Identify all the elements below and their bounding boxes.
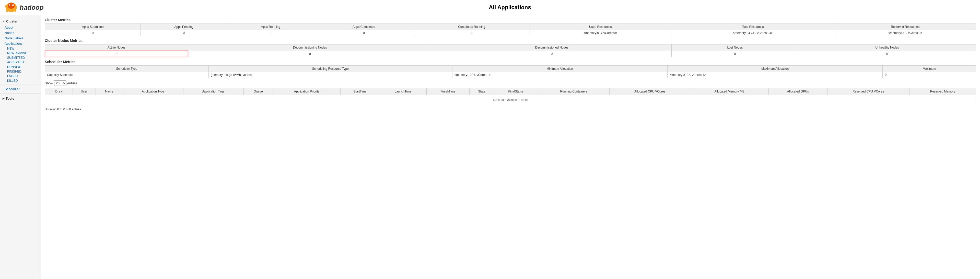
col-final-status: FinalStatus — [494, 88, 538, 95]
body-area: ▼ Cluster About Nodes Node Labels Applic… — [0, 15, 980, 279]
sidebar-sub-item-accepted[interactable]: ACCEPTED — [0, 60, 41, 65]
val-unhealthy-nodes: 0 — [799, 51, 976, 57]
val-active-nodes: 3 — [45, 51, 188, 57]
id-sort-icon[interactable]: ▲▼ — [59, 91, 63, 93]
tools-arrow: ▶ — [3, 97, 5, 100]
col-min-allocation: Minimum Allocation — [452, 66, 667, 72]
col-reserved-resources: Reserved Resources — [834, 24, 976, 30]
sidebar-item-nodes[interactable]: Nodes — [0, 30, 41, 35]
val-used-resources: <memory:0 B, vCores:0> — [530, 30, 671, 36]
sidebar-sub-item-new[interactable]: NEW — [0, 46, 41, 51]
col-alloc-mem: Allocated Memory MB — [690, 88, 769, 95]
hadoop-logo: hadoop — [4, 2, 44, 13]
col-maximum: Maximum — [883, 66, 976, 72]
showing-text: Showing 0 to 0 of 0 entries — [45, 108, 976, 111]
app-layout: hadoop All Applications ▼ Cluster About … — [0, 0, 980, 279]
scheduler-metrics-title: Scheduler Metrics — [45, 60, 976, 64]
col-apps-completed: Apps Completed — [314, 24, 414, 30]
svg-rect-8 — [6, 10, 8, 12]
col-containers-running: Containers Running — [414, 24, 530, 30]
col-active-nodes: Active Nodes — [45, 45, 188, 51]
scheduler-row: Capacity Scheduler [memory-mb (unit=Mi),… — [45, 72, 976, 78]
val-apps-pending: 0 — [141, 30, 227, 36]
col-lost-nodes: Lost Nodes — [671, 45, 799, 51]
val-max-allocation: <memory:8192, vCores:4> — [668, 72, 883, 78]
col-id: ID ▲▼ — [45, 88, 73, 95]
scheduler-table: Scheduler Type Scheduling Resource Type … — [45, 65, 976, 78]
col-alloc-gpu: Allocated GPUs — [768, 88, 827, 95]
col-queue: Queue — [243, 88, 273, 95]
top-header: hadoop All Applications — [0, 0, 980, 15]
col-finish-time: FinishTime — [426, 88, 469, 95]
sidebar-item-about[interactable]: About — [0, 25, 41, 30]
show-entries-row: Show 10 20 25 50 100 entries — [45, 80, 976, 86]
col-total-resources: Total Resources — [671, 24, 834, 30]
col-app-priority: Application Priority — [273, 88, 340, 95]
sidebar: ▼ Cluster About Nodes Node Labels Applic… — [0, 15, 41, 279]
svg-point-7 — [13, 5, 14, 6]
svg-rect-9 — [9, 10, 10, 12]
sidebar-item-applications[interactable]: Applications — [0, 41, 41, 46]
val-apps-submitted: 0 — [45, 30, 141, 36]
sidebar-sub-item-killed[interactable]: KILLED — [0, 78, 41, 83]
cluster-nodes-title: Cluster Nodes Metrics — [45, 38, 976, 43]
val-min-allocation: <memory:1024, vCores:1> — [452, 72, 667, 78]
val-decommissioned-nodes: 0 — [432, 51, 671, 57]
hadoop-logo-svg — [4, 2, 19, 13]
col-app-tags: Application Tags — [183, 88, 243, 95]
col-state: State — [469, 88, 494, 95]
sidebar-item-node-labels[interactable]: Node Labels — [0, 35, 41, 41]
page-title: All Applications — [44, 4, 976, 11]
val-decommissioning-nodes: 0 — [188, 51, 432, 57]
cluster-arrow: ▼ — [3, 20, 5, 23]
sidebar-item-scheduler[interactable]: Scheduler — [0, 86, 41, 92]
entries-select[interactable]: 10 20 25 50 100 — [54, 80, 67, 86]
col-app-type: Application Type — [123, 88, 183, 95]
tools-section[interactable]: ▶ Tools — [0, 95, 41, 102]
sidebar-sub-item-submitted[interactable]: SUBMITTED — [0, 56, 41, 60]
val-scheduling-resource-type: [memory-mb (unit=Mi), vcores] — [209, 72, 452, 78]
show-label: Show — [45, 81, 53, 85]
cluster-metrics-table: Apps Submitted Apps Pending Apps Running… — [45, 24, 976, 36]
cluster-section[interactable]: ▼ Cluster — [0, 18, 41, 25]
sidebar-sub-item-running[interactable]: RUNNING — [0, 65, 41, 69]
sidebar-sub-item-new-saving[interactable]: NEW_SAVING — [0, 51, 41, 56]
val-total-resources: <memory:24 GB, vCores:24> — [671, 30, 834, 36]
val-containers-running: 0 — [414, 30, 530, 36]
no-data-row: No data available in table — [45, 95, 976, 105]
sidebar-sub-item-finished[interactable]: FINISHED — [0, 69, 41, 74]
val-reserved-resources: <memory:0 B, vCores:0> — [834, 30, 976, 36]
app-table: ID ▲▼ User Name Application Type Applica… — [45, 88, 976, 105]
col-launch-time: LaunchTime — [379, 88, 426, 95]
no-data-message: No data available in table — [45, 95, 976, 105]
col-reserved-mem: Reserved Memory — [909, 88, 976, 95]
val-apps-completed: 0 — [314, 30, 414, 36]
col-unhealthy-nodes: Unhealthy Nodes — [799, 45, 976, 51]
val-maximum: 0 — [883, 72, 976, 78]
content-area: Cluster Metrics Apps Submitted Apps Pend… — [41, 15, 980, 114]
col-apps-running: Apps Running — [227, 24, 314, 30]
col-start-time: StartTime — [340, 88, 379, 95]
col-scheduler-type: Scheduler Type — [45, 66, 209, 72]
main-content: Cluster Metrics Apps Submitted Apps Pend… — [41, 15, 980, 279]
tools-label: Tools — [6, 97, 14, 100]
cluster-label: Cluster — [6, 19, 18, 23]
col-apps-pending: Apps Pending — [141, 24, 227, 30]
col-running-containers: Running Containers — [538, 88, 609, 95]
sidebar-divider-1 — [0, 84, 41, 85]
sidebar-sub-item-failed[interactable]: FAILED — [0, 74, 41, 78]
col-user: User — [73, 88, 95, 95]
col-alloc-cpu: Allocated CPU VCores — [609, 88, 690, 95]
col-scheduling-resource-type: Scheduling Resource Type — [209, 66, 452, 72]
val-scheduler-type: Capacity Scheduler — [45, 72, 209, 78]
col-used-resources: Used Resources — [530, 24, 671, 30]
svg-point-6 — [9, 5, 10, 6]
hadoop-logo-text: hadoop — [20, 3, 44, 11]
app-table-header-row: ID ▲▼ User Name Application Type Applica… — [45, 88, 976, 95]
cluster-metrics-row: 0 0 0 0 0 <memory:0 B, vCores:0> <memory… — [45, 30, 976, 36]
col-reserved-cpu: Reserved CPU VCores — [827, 88, 909, 95]
svg-rect-10 — [12, 10, 14, 12]
val-lost-nodes: 0 — [671, 51, 799, 57]
col-decommissioning-nodes: Decommissioning Nodes — [188, 45, 432, 51]
col-max-allocation: Maximum Allocation — [668, 66, 883, 72]
